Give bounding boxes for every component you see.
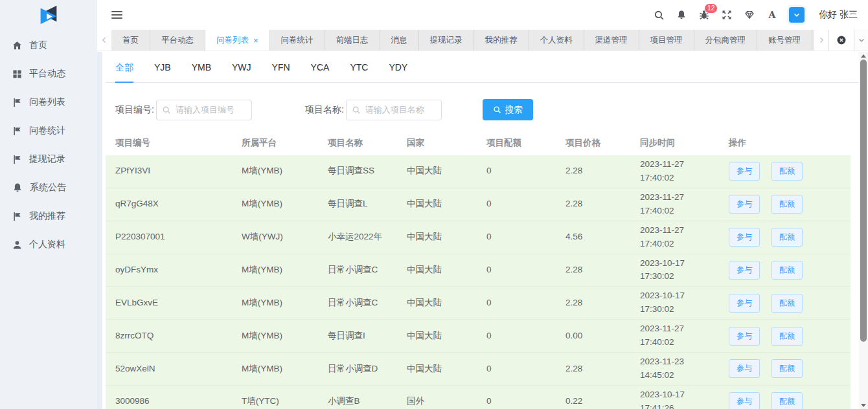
tab-label: 分包商管理	[705, 35, 746, 46]
chevron-left-icon[interactable]	[97, 30, 111, 50]
quota-button[interactable]: 配额	[771, 392, 803, 409]
tab-13[interactable]: 账号管理	[757, 30, 812, 50]
topbar-actions: 12A 你好 张三	[654, 7, 858, 23]
tab-8[interactable]: 我的推荐	[474, 30, 529, 50]
cell-platform: M墙(YMB)	[232, 360, 318, 379]
filter-tab-7[interactable]: YTC	[350, 62, 368, 82]
cell-country: 中国大陆	[397, 327, 477, 346]
scrollbar-up-arrow-icon[interactable]	[859, 52, 868, 60]
project-id-input[interactable]	[156, 100, 252, 120]
fullscreen-icon[interactable]	[722, 10, 732, 20]
bell-icon	[12, 182, 23, 193]
sidebar-item-6[interactable]: 系统公告	[0, 173, 97, 202]
tab-5[interactable]: 前端日志	[325, 30, 380, 50]
cell-country: 中国大陆	[397, 261, 477, 280]
close-icon[interactable]: ×	[253, 36, 258, 45]
quota-button[interactable]: 配额	[771, 359, 803, 378]
tab-6[interactable]: 消息	[380, 30, 419, 50]
quota-button[interactable]: 配额	[771, 294, 803, 313]
sidebar-item-7[interactable]: 我的推荐	[0, 202, 97, 230]
cell-project-name: 每日调查L	[318, 195, 397, 214]
search-icon[interactable]	[654, 10, 665, 21]
join-button[interactable]: 参与	[729, 359, 760, 378]
tab-9[interactable]: 个人资料	[529, 30, 584, 50]
cell-project-id: ZPfYI3VI	[106, 162, 232, 181]
filter-tab-8[interactable]: YDY	[389, 62, 407, 82]
font-size-icon[interactable]: A	[767, 10, 777, 20]
filter-tab-3[interactable]: YMB	[192, 62, 211, 82]
table-row: oyDFsYmxM墙(YMB)日常小调查C中国大陆02.282023-10-17…	[106, 254, 851, 287]
tab-3[interactable]: 问卷列表×	[205, 30, 270, 50]
filter-tab-1[interactable]: 全部	[115, 62, 133, 82]
sidebar-item-5[interactable]: 提现记录	[0, 145, 97, 173]
gem-icon[interactable]	[744, 10, 755, 20]
hamburger-menu-icon[interactable]	[111, 11, 122, 19]
table-row: P220307001W墙(YWJ)小幸运2022年中国大陆04.562023-1…	[106, 221, 851, 254]
sidebar-item-label: 首页	[29, 39, 47, 51]
cell-quota: 0	[477, 294, 556, 313]
search-button[interactable]: 搜索	[483, 99, 533, 120]
tab-12[interactable]: 分包商管理	[694, 30, 758, 50]
vertical-scrollbar[interactable]	[859, 52, 868, 409]
project-name-input[interactable]	[346, 100, 442, 120]
filter-tab-2[interactable]: YJB	[154, 62, 171, 82]
column-header: 项目编号	[106, 137, 232, 149]
tab-2[interactable]: 平台动态	[150, 30, 205, 50]
sidebar-item-8[interactable]: 个人资料	[0, 230, 97, 259]
sidebar-item-1[interactable]: 首页	[0, 31, 97, 60]
quota-button[interactable]: 配额	[771, 261, 803, 280]
tab-label: 渠道管理	[595, 35, 628, 46]
user-greeting[interactable]: 你好 张三	[819, 9, 858, 21]
tab-7[interactable]: 提现记录	[419, 30, 474, 50]
chevron-down-icon	[858, 36, 865, 44]
tab-label: 我的推荐	[485, 35, 518, 46]
join-button[interactable]: 参与	[729, 195, 760, 214]
scrollbar-thumb[interactable]	[860, 60, 867, 342]
avatar-dropdown[interactable]	[789, 7, 805, 23]
filter-tab-6[interactable]: YCA	[311, 62, 330, 82]
sidebar-item-2[interactable]: 平台动态	[0, 60, 97, 88]
join-button[interactable]: 参与	[729, 327, 760, 346]
cell-sync-time: 2023-11-23 14:45:02	[630, 353, 719, 385]
bell-icon[interactable]	[676, 10, 687, 20]
app-logo[interactable]	[0, 0, 97, 30]
scrollbar-down-arrow-icon[interactable]	[859, 401, 868, 409]
join-button[interactable]: 参与	[729, 392, 760, 409]
quota-button[interactable]: 配额	[771, 162, 803, 181]
cell-platform: M墙(YMB)	[232, 294, 318, 313]
join-button[interactable]: 参与	[729, 162, 760, 181]
sidebar-item-4[interactable]: 问卷统计	[0, 116, 97, 145]
join-button[interactable]: 参与	[729, 294, 760, 313]
cell-platform: M墙(YMB)	[232, 327, 318, 346]
quota-button[interactable]: 配额	[771, 195, 803, 214]
close-all-tabs-button[interactable]	[828, 30, 854, 50]
project-name-input-wrap	[346, 100, 442, 120]
cell-project-name: 小调查B	[318, 392, 397, 409]
tab-11[interactable]: 项目管理	[639, 30, 694, 50]
cell-actions: 参与配额	[719, 192, 851, 216]
tab-1[interactable]: 首页	[111, 30, 150, 50]
table-row: 3000986T墙(YTC)小调查B国外00.222023-10-17 17:4…	[106, 386, 851, 409]
quota-button[interactable]: 配额	[771, 228, 803, 247]
tab-options-dropdown[interactable]	[854, 30, 868, 50]
cell-sync-time: 2023-10-17 17:30:02	[630, 254, 719, 287]
sidebar-item-3[interactable]: 问卷列表	[0, 88, 97, 116]
bug-icon[interactable]: 12	[698, 9, 710, 21]
table-row: ZPfYI3VIM墙(YMB)每日调查SS中国大陆02.282023-11-27…	[106, 155, 851, 188]
quota-button[interactable]: 配额	[771, 327, 803, 346]
tab-10[interactable]: 渠道管理	[584, 30, 639, 50]
tab-label: 前端日志	[336, 35, 369, 46]
chevron-right-icon[interactable]	[814, 30, 828, 50]
join-button[interactable]: 参与	[729, 261, 760, 280]
tab-4[interactable]: 问卷统计	[270, 30, 325, 50]
cell-quota: 0	[477, 228, 556, 247]
cell-project-id: 52owXelN	[106, 360, 232, 379]
cell-quota: 0	[477, 360, 556, 379]
projects-table: 项目编号所属平台项目名称国家项目配额项目价格同步时间操作ZPfYI3VIM墙(Y…	[106, 130, 851, 409]
sidebar-menu: 首页平台动态问卷列表问卷统计提现记录系统公告我的推荐个人资料	[0, 31, 97, 259]
sidebar-item-label: 系统公告	[30, 182, 66, 193]
filter-tab-4[interactable]: YWJ	[232, 62, 251, 82]
join-button[interactable]: 参与	[729, 228, 760, 247]
platform-filter-tabs: 全部YJBYMBYWJYFNYCAYTCYDY	[106, 52, 859, 83]
filter-tab-5[interactable]: YFN	[272, 62, 290, 82]
